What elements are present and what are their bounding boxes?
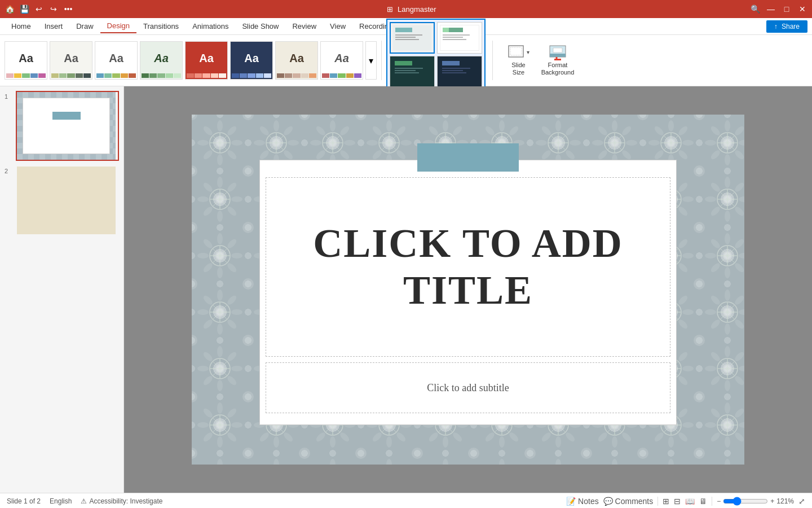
slide-title-area[interactable]: CLICK TO ADD TITLE <box>266 177 670 357</box>
slide-header-rect <box>417 143 519 172</box>
slide-thumb-2[interactable]: 2 <box>5 165 119 235</box>
theme-label-1: Aa <box>19 43 33 73</box>
main-slide[interactable]: CLICK TO ADD TITLE Click to add subtitle <box>192 115 744 465</box>
share-button[interactable]: ↑ Share <box>766 20 807 33</box>
slide-preview-2[interactable] <box>16 165 119 235</box>
tab-animations[interactable]: Animations <box>186 20 235 33</box>
zoom-out-icon[interactable]: − <box>717 497 721 505</box>
theme-thumb-5[interactable]: Aa <box>185 41 228 80</box>
tab-home[interactable]: Home <box>5 20 38 33</box>
presenter-view-icon[interactable]: 🖥 <box>699 497 707 506</box>
theme-thumb-1[interactable]: Aa <box>5 41 47 80</box>
title-bar: 🏠 💾 ↩ ↪ ••• ⊞ Langmaster 🔍 — □ ✕ <box>0 0 812 18</box>
undo-icon[interactable]: ↩ <box>34 4 44 14</box>
slide-thumb-1[interactable]: 1 <box>5 91 119 161</box>
theme-label-6: Aa <box>244 43 259 73</box>
theme-bar-8 <box>322 73 361 78</box>
close-icon[interactable]: ✕ <box>797 4 807 14</box>
search-icon[interactable]: 🔍 <box>750 4 760 14</box>
slide-size-icon <box>508 45 526 60</box>
theme-thumb-2[interactable]: Aa <box>50 41 92 80</box>
slide1-blue-rect <box>52 112 81 120</box>
minimize-icon[interactable]: — <box>766 4 776 14</box>
svg-rect-4 <box>553 48 562 52</box>
slide-content-box[interactable]: CLICK TO ADD TITLE Click to add subtitle <box>259 160 677 425</box>
tab-view[interactable]: View <box>323 20 352 33</box>
normal-view-icon[interactable]: ⊞ <box>663 497 669 506</box>
slide-subtitle-text[interactable]: Click to add subtitle <box>427 382 509 394</box>
zoom-level[interactable]: 121% <box>776 497 794 505</box>
more-icon[interactable]: ••• <box>63 4 73 14</box>
variant-inner-1 <box>391 23 434 52</box>
format-background-icon <box>549 45 567 60</box>
theme-thumb-6[interactable]: Aa <box>230 41 273 80</box>
variant-inner-3 <box>390 56 434 87</box>
tab-draw[interactable]: Draw <box>69 20 100 33</box>
theme-label-2: Aa <box>64 43 78 73</box>
comments-button[interactable]: 💬 Comments <box>603 497 654 506</box>
tab-review[interactable]: Review <box>285 20 323 33</box>
home-icon[interactable]: 🏠 <box>5 4 15 14</box>
slide-size-button[interactable]: ▾ SlideSize <box>504 42 533 78</box>
ribbon-tools: ▾ SlideSize Format Background <box>504 42 578 78</box>
format-background-button[interactable]: Format Background <box>537 42 578 78</box>
save-icon[interactable]: 💾 <box>19 4 29 14</box>
variant-thumb-2[interactable] <box>437 22 482 54</box>
title-bar-right: 🔍 — □ ✕ <box>750 4 807 14</box>
slide-sorter-icon[interactable]: ⊟ <box>674 497 681 506</box>
variant-inner-4 <box>438 56 482 87</box>
themes-section: Aa Aa Aa Aa <box>5 41 377 80</box>
slide-info: Slide 1 of 2 <box>7 497 41 505</box>
variant-inner-2 <box>438 23 482 53</box>
zoom-slider[interactable] <box>723 497 768 506</box>
tab-design[interactable]: Design <box>100 19 136 33</box>
notes-button[interactable]: 📝 Notes <box>566 497 598 506</box>
variant-thumb-4[interactable] <box>437 56 482 87</box>
main-area: 1 2 <box>0 86 812 493</box>
slide-size-dropdown-arrow: ▾ <box>527 49 529 55</box>
language-label[interactable]: English <box>50 497 72 505</box>
theme-label-7: Aa <box>289 43 304 73</box>
title-bar-left: 🏠 💾 ↩ ↪ ••• <box>5 4 73 14</box>
theme-label-4: Aa <box>154 43 169 73</box>
slide-subtitle-area[interactable]: Click to add subtitle <box>266 362 670 413</box>
slide-size-label: SlideSize <box>511 62 525 76</box>
slide1-mini <box>17 92 116 160</box>
maximize-icon[interactable]: □ <box>782 4 792 14</box>
svg-rect-3 <box>550 54 566 57</box>
theme-bar-4 <box>142 73 181 78</box>
zoom-in-icon[interactable]: + <box>770 497 774 505</box>
theme-thumb-3[interactable]: Aa <box>95 41 138 80</box>
slide-title-text[interactable]: CLICK TO ADD TITLE <box>266 220 670 314</box>
redo-icon[interactable]: ↪ <box>48 4 59 14</box>
notes-label: Notes <box>578 497 599 506</box>
fit-to-window-icon[interactable]: ⤢ <box>798 497 805 506</box>
svg-rect-6 <box>554 59 561 60</box>
comments-label: Comments <box>615 497 654 506</box>
theme-thumb-7[interactable]: Aa <box>275 41 318 80</box>
slide-panel: 1 2 <box>0 86 124 493</box>
variant-thumb-1[interactable] <box>390 22 435 54</box>
reading-view-icon[interactable]: 📖 <box>685 497 695 506</box>
themes-scroll-arrow[interactable]: ▾ <box>365 41 377 80</box>
theme-label-3: Aa <box>109 43 123 73</box>
theme-label-8: Aa <box>334 43 349 73</box>
tab-slideshow[interactable]: Slide Show <box>235 20 285 33</box>
tab-insert[interactable]: Insert <box>38 20 70 33</box>
theme-thumb-8[interactable]: Aa <box>320 41 363 80</box>
variant-thumb-3[interactable] <box>390 56 435 87</box>
slide1-white-box <box>23 98 110 154</box>
canvas-area[interactable]: CLICK TO ADD TITLE Click to add subtitle <box>124 86 812 493</box>
theme-label-5: Aa <box>199 43 214 73</box>
status-right-tools: 📝 Notes 💬 Comments ⊞ ⊟ 📖 🖥 − + 121% ⤢ <box>566 497 805 506</box>
status-separator <box>657 497 658 506</box>
tab-transitions[interactable]: Transitions <box>136 20 186 33</box>
theme-thumb-4[interactable]: Aa <box>140 41 183 80</box>
variants-row-2 <box>390 56 482 87</box>
theme-bar-5 <box>187 73 226 78</box>
zoom-control: − + 121% <box>717 497 794 506</box>
ribbon: Home Insert Draw Design Transitions Anim… <box>0 18 812 86</box>
format-background-label: Format Background <box>541 62 575 76</box>
slide-preview-1[interactable] <box>16 91 119 161</box>
accessibility-button[interactable]: ⚠ Accessibility: Investigate <box>81 497 162 505</box>
